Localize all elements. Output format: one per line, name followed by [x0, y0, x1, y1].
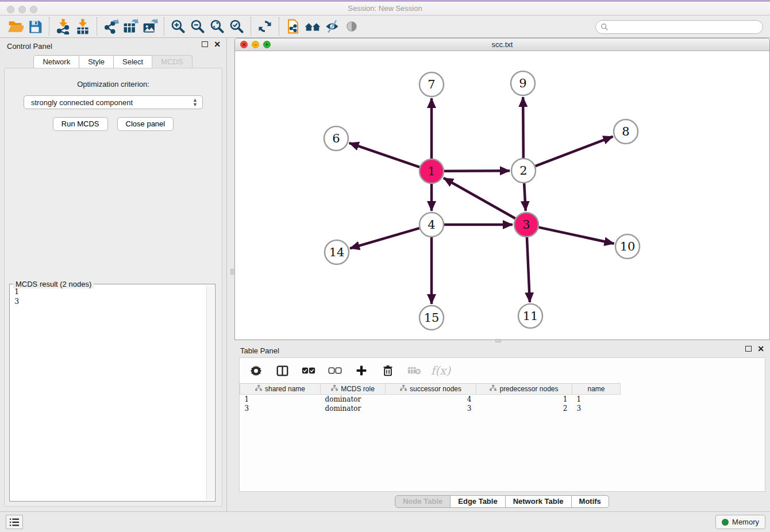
- cell-MCDS-role[interactable]: dominator: [321, 404, 386, 413]
- column-header-name[interactable]: name: [572, 384, 621, 395]
- close-table-panel-icon[interactable]: ✕: [757, 346, 764, 352]
- edge-4-14[interactable]: [350, 228, 419, 248]
- tab-network-table[interactable]: Network Table: [505, 495, 572, 508]
- tab-node-table[interactable]: Node Table: [395, 495, 451, 508]
- tab-mcds[interactable]: MCDS: [152, 55, 192, 69]
- control-panel-tabs: NetworkStyleSelectMCDS: [0, 55, 226, 69]
- main-toolbar: [0, 16, 770, 38]
- vertical-splitter-handle[interactable]: [230, 269, 234, 275]
- tab-style[interactable]: Style: [79, 55, 114, 69]
- edge-1-2[interactable]: [444, 171, 510, 171]
- zoom-in-icon[interactable]: [168, 17, 188, 36]
- table-type-tabs: Node TableEdge TableNetwork TableMotifs: [234, 495, 770, 508]
- column-header-shared-name[interactable]: shared name: [240, 384, 321, 395]
- edge-3-1[interactable]: [444, 178, 515, 218]
- node-label-8: 8: [622, 125, 629, 138]
- import-network-icon[interactable]: [53, 17, 73, 36]
- memory-button[interactable]: Memory: [715, 515, 765, 529]
- delete-column-icon[interactable]: [381, 364, 395, 377]
- tab-edge-table[interactable]: Edge Table: [450, 495, 505, 508]
- select-all-icon[interactable]: [302, 364, 315, 377]
- zoom-selected-icon[interactable]: [227, 17, 247, 36]
- edge-2-9[interactable]: [523, 97, 523, 158]
- cell-shared-name[interactable]: 1: [240, 395, 321, 404]
- tab-select[interactable]: Select: [113, 55, 152, 69]
- network-graph[interactable]: 7968124314101511: [235, 51, 769, 340]
- table-panel: Table Panel ✕: [234, 342, 770, 511]
- float-panel-icon[interactable]: [202, 41, 208, 47]
- task-list-icon: [9, 518, 20, 527]
- app-titlebar: Session: New Session: [0, 0, 770, 16]
- close-panel-icon[interactable]: ✕: [214, 41, 221, 47]
- node-label-6: 6: [332, 132, 340, 145]
- node-label-7: 7: [428, 78, 435, 91]
- show-all-icon[interactable]: [342, 17, 361, 36]
- cell-MCDS-role[interactable]: dominator: [321, 395, 386, 404]
- export-network-icon[interactable]: [101, 17, 121, 36]
- column-header-successor-nodes[interactable]: successor nodes: [386, 384, 476, 395]
- edge-2-8[interactable]: [536, 137, 613, 167]
- network-canvas[interactable]: 7968124314101511: [235, 51, 769, 340]
- zoom-out-icon[interactable]: [188, 17, 207, 36]
- network-window-title: scc.txt: [235, 40, 769, 49]
- add-column-icon[interactable]: [355, 364, 368, 377]
- first-neighbors-icon[interactable]: [283, 17, 303, 36]
- column-header-predecessor-nodes[interactable]: predecessor nodes: [476, 384, 572, 395]
- control-panel-header: Control Panel ✕: [0, 38, 226, 54]
- column-tree-icon: [255, 385, 262, 393]
- edge-2-3[interactable]: [524, 183, 526, 211]
- cell-successor-nodes[interactable]: 3: [386, 404, 476, 413]
- table-row[interactable]: 1dominator411: [240, 395, 621, 404]
- selected-criterion: strongly connected component: [31, 98, 133, 107]
- cell-predecessor-nodes[interactable]: 1: [476, 395, 572, 404]
- edge-3-10[interactable]: [539, 228, 614, 244]
- close-panel-button[interactable]: Close panel: [117, 117, 174, 131]
- tab-network[interactable]: Network: [33, 55, 79, 69]
- cell-successor-nodes[interactable]: 4: [386, 395, 476, 404]
- cell-name[interactable]: 3: [572, 404, 621, 413]
- select-arrows-icon: ▲▼: [192, 98, 198, 107]
- node-label-9: 9: [519, 76, 526, 90]
- import-table-icon[interactable]: [73, 17, 93, 36]
- toolbar-separator: [97, 17, 97, 36]
- toolbar-separator: [164, 17, 164, 36]
- export-image-icon[interactable]: [140, 17, 160, 36]
- float-table-panel-icon[interactable]: [745, 346, 752, 352]
- save-session-icon[interactable]: [25, 17, 45, 36]
- edge-3-11[interactable]: [527, 237, 530, 302]
- network-window-titlebar[interactable]: ✕ − + scc.txt: [235, 38, 769, 51]
- export-table-icon[interactable]: [121, 17, 140, 36]
- column-header-MCDS-role[interactable]: MCDS role: [321, 384, 386, 395]
- result-scrollbar[interactable]: [206, 286, 214, 500]
- task-history-button[interactable]: [6, 515, 23, 529]
- search-box[interactable]: [595, 20, 763, 34]
- window-title: Session: New Session: [0, 4, 770, 13]
- mcds-result-text[interactable]: 1 3: [11, 286, 206, 500]
- table-row[interactable]: 3dominator323: [240, 404, 621, 413]
- cell-shared-name[interactable]: 3: [240, 404, 321, 413]
- open-file-icon[interactable]: [6, 17, 25, 36]
- zoom-fit-icon[interactable]: [207, 17, 227, 36]
- cell-name[interactable]: 1: [572, 395, 621, 404]
- optimization-criterion-select[interactable]: strongly connected component ▲▼: [24, 95, 203, 109]
- memory-label: Memory: [732, 518, 759, 526]
- window-accent-strip: [0, 0, 770, 2]
- refresh-icon[interactable]: [255, 17, 275, 36]
- tab-motifs[interactable]: Motifs: [571, 495, 609, 508]
- hide-selected-icon[interactable]: [322, 17, 342, 36]
- delete-table-icon[interactable]: [407, 364, 421, 377]
- optimization-criterion-label: Optimization criterion:: [5, 80, 222, 88]
- node-label-1: 1: [428, 164, 435, 178]
- column-view-icon[interactable]: [275, 364, 289, 377]
- deselect-all-icon[interactable]: [328, 364, 342, 377]
- toolbar-separator: [279, 17, 279, 36]
- node-label-2: 2: [519, 164, 527, 178]
- search-input[interactable]: [609, 23, 758, 31]
- node-label-10: 10: [620, 240, 636, 253]
- run-mcds-button[interactable]: Run MCDS: [53, 117, 108, 131]
- home-layout-icon[interactable]: [303, 17, 322, 36]
- edge-1-6[interactable]: [349, 143, 419, 167]
- cell-predecessor-nodes[interactable]: 2: [476, 404, 572, 413]
- function-builder-icon[interactable]: f(x): [434, 364, 448, 377]
- table-settings-gear-icon[interactable]: [249, 364, 263, 377]
